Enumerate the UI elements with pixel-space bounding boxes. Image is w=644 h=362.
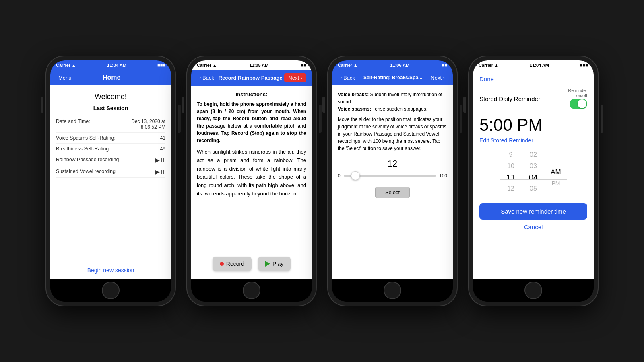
- play-triangle-icon: [265, 261, 270, 267]
- nav-title-selfrating: Self-Rating: Breaks/Spa...: [357, 75, 428, 80]
- back-button-selfrating[interactable]: ‹ Back: [338, 74, 357, 82]
- time-picker[interactable]: 9 10 11 12 1 02 03 04 05 06: [479, 149, 587, 197]
- edit-reminder-link[interactable]: Edit Stored Reminder: [479, 137, 587, 144]
- phones-container: Carrier ▲ 11:04 AM ■■■ Menu Home Welcome…: [30, 40, 614, 322]
- home-button-area-2: [191, 279, 312, 302]
- home-button-area-4: [473, 279, 594, 302]
- record-controls: Record Play: [197, 257, 306, 274]
- sustained-label: Sustained Vowel recording: [56, 169, 116, 174]
- record-screen: Instructions: To begin, hold the phone a…: [191, 86, 312, 279]
- play-label: Play: [272, 261, 283, 267]
- voice-spasms-label: Voice Spasms Self-Rating:: [56, 135, 116, 141]
- carrier-label-3: Carrier: [338, 63, 352, 68]
- voice-breaks-desc: Voice breaks: Sudden involuntary interru…: [338, 91, 447, 113]
- rainbow-recording-row: Rainbow Passage recording ▶⏸: [56, 154, 165, 166]
- ampm-picker-col[interactable]: AM PM: [545, 149, 567, 197]
- record-dot-icon: [220, 262, 224, 266]
- home-button-3[interactable]: [384, 282, 401, 299]
- select-button[interactable]: Select: [375, 187, 410, 198]
- phone-selfrating: Carrier ▲ 11:06 AM ■■ ‹ Back Self-Rating…: [328, 56, 457, 306]
- toggle-knob: [578, 99, 586, 108]
- min-06[interactable]: 06: [522, 194, 545, 197]
- status-bar-home: Carrier ▲ 11:04 AM ■■■: [50, 60, 171, 70]
- record-button[interactable]: Record: [213, 257, 252, 271]
- min-02[interactable]: 02: [522, 149, 545, 160]
- home-button-1[interactable]: [102, 282, 120, 299]
- wifi-icon-2: ▲: [213, 63, 217, 68]
- min-03[interactable]: 03: [522, 160, 545, 172]
- status-bar-reminder: Carrier ▲ 11:04 AM ■■■: [473, 60, 594, 70]
- phone-record: Carrier ▲ 11:05 AM ■■ ‹ Back Record Rain…: [187, 56, 316, 306]
- rainbow-label: Rainbow Passage recording: [56, 157, 119, 162]
- status-bar-record: Carrier ▲ 11:05 AM ■■: [191, 60, 312, 70]
- hour-11[interactable]: 11: [500, 172, 522, 183]
- home-button-4[interactable]: [524, 282, 542, 299]
- home-button-area-1: [50, 279, 171, 302]
- instructions-title: Instructions:: [197, 91, 306, 97]
- minute-picker-col[interactable]: 02 03 04 05 06: [522, 149, 545, 197]
- home-button-area-3: [332, 279, 453, 302]
- record-label: Record: [226, 261, 244, 267]
- date-time-row: Date and Time: Dec 13, 2020 at8:06:52 PM: [56, 116, 165, 133]
- home-button-2[interactable]: [243, 282, 260, 299]
- nav-title-record: Record Rainbow Passage: [217, 75, 284, 81]
- nav-bar-selfrating: ‹ Back Self-Rating: Breaks/Spa... Next ›: [332, 70, 453, 85]
- breathiness-value: 49: [160, 146, 165, 152]
- time-reminder: 11:04 AM: [530, 63, 549, 68]
- min-05[interactable]: 05: [522, 183, 545, 194]
- welcome-text: Welcome!: [56, 93, 165, 101]
- rainbow-play-icon[interactable]: ▶⏸: [155, 157, 165, 163]
- sustained-vowel-row: Sustained Vowel recording ▶⏸: [56, 166, 165, 178]
- voice-spasms-value: 41: [160, 135, 165, 141]
- nav-bar-home: Menu Home: [50, 70, 171, 85]
- time-selfrating: 11:06 AM: [390, 63, 409, 68]
- hour-12[interactable]: 12: [500, 183, 522, 194]
- cancel-link[interactable]: Cancel: [479, 224, 587, 230]
- play-button[interactable]: Play: [258, 257, 291, 271]
- selfrating-screen: Voice breaks: Sudden involuntary interru…: [332, 85, 453, 279]
- next-button-selfrating[interactable]: Next ›: [428, 74, 447, 82]
- last-session-title: Last Session: [56, 105, 165, 111]
- slider-min-label: 0: [338, 173, 341, 179]
- save-reminder-button[interactable]: Save new reminder time: [479, 203, 587, 220]
- ampm-am[interactable]: AM: [545, 167, 567, 178]
- reminder-toggle[interactable]: [570, 99, 587, 109]
- wifi-icon: ▲: [72, 63, 76, 68]
- menu-button[interactable]: Menu: [56, 74, 74, 82]
- voice-breaks-label: Voice breaks:: [338, 92, 369, 97]
- slider-track[interactable]: [344, 175, 436, 177]
- time-record: 11:05 AM: [249, 63, 268, 68]
- home-screen: Welcome! Last Session Date and Time: Dec…: [50, 85, 171, 279]
- nav-title-home: Home: [74, 74, 149, 81]
- battery-icon-record: ■■: [301, 63, 306, 68]
- passage-text: When sunlight strikes raindrops in the a…: [197, 148, 306, 198]
- phone-home: Carrier ▲ 11:04 AM ■■■ Menu Home Welcome…: [46, 56, 175, 306]
- slider-thumb[interactable]: [351, 171, 360, 180]
- date-value: Dec 13, 2020 at8:06:52 PM: [131, 119, 165, 130]
- slider-value: 12: [338, 158, 447, 169]
- ampm-pm[interactable]: PM: [545, 178, 567, 189]
- carrier-label-2: Carrier: [197, 63, 211, 68]
- ampm-space1: [545, 149, 567, 158]
- voice-spasms-row: Voice Spasms Self-Rating: 41: [56, 133, 165, 144]
- hour-9[interactable]: 9: [500, 149, 522, 160]
- breathiness-label: Breathiness Self-Rating:: [56, 146, 110, 152]
- carrier-label-4: Carrier: [479, 63, 493, 68]
- reminder-screen: Done Stored Daily Reminder Reminderon/of…: [473, 70, 594, 279]
- hour-10[interactable]: 10: [500, 160, 522, 172]
- back-button-record[interactable]: ‹ Back: [197, 74, 217, 82]
- sustained-play-icon[interactable]: ▶⏸: [155, 169, 165, 175]
- date-label: Date and Time:: [56, 119, 90, 124]
- min-04[interactable]: 04: [522, 172, 545, 183]
- phone-reminder: Carrier ▲ 11:04 AM ■■■ Done Stored Daily…: [469, 56, 598, 306]
- reminder-row: Stored Daily Reminder Reminderon/off: [479, 88, 587, 109]
- wifi-icon-4: ▲: [494, 63, 499, 68]
- hour-picker-col[interactable]: 9 10 11 12 1: [500, 149, 522, 197]
- nav-bar-record: ‹ Back Record Rainbow Passage Next ›: [191, 70, 312, 86]
- breathiness-row: Breathiness Self-Rating: 49: [56, 144, 165, 154]
- next-button-record[interactable]: Next ›: [284, 73, 306, 82]
- done-button[interactable]: Done: [479, 76, 587, 82]
- hour-1[interactable]: 1: [500, 194, 522, 197]
- battery-icon-reminder: ■■■: [580, 63, 588, 68]
- begin-session-link[interactable]: Begin new session: [56, 263, 165, 274]
